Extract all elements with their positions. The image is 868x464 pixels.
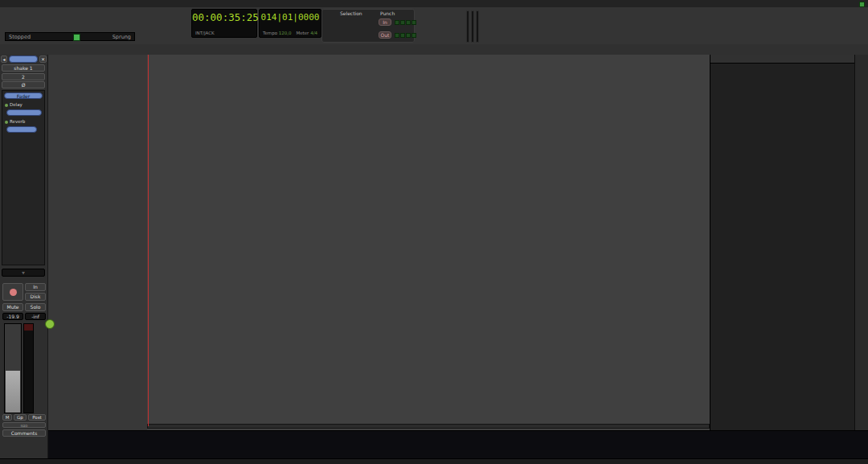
strip-record-button[interactable] — [2, 283, 23, 301]
group-pill[interactable]: sgp — [2, 422, 46, 428]
session-summary[interactable] — [48, 430, 868, 459]
peak-display[interactable]: -inf — [25, 313, 46, 320]
group-knob-icon[interactable] — [45, 319, 55, 329]
strip-color-plate[interactable] — [9, 55, 38, 63]
plugin-reverb[interactable]: Reverb — [3, 119, 50, 125]
bottom-bar — [0, 458, 868, 464]
punch-title: Punch — [380, 10, 395, 16]
punch-out-leds — [395, 33, 416, 38]
pan-widget[interactable]: ▿ — [2, 269, 45, 277]
strip-mute-button[interactable]: Mute — [2, 303, 23, 311]
strip-solo-button[interactable]: Solo — [25, 303, 46, 311]
punch-in-leds — [395, 20, 416, 25]
strip-meter — [23, 323, 34, 413]
playhead[interactable] — [148, 55, 149, 426]
secondary-clock[interactable]: 014|01|0000 Tempo 120,0 Meter 4/4 — [259, 9, 321, 38]
close-strip-icon[interactable]: ✕ — [39, 55, 47, 63]
processor-box[interactable]: Fader Delay Reverb — [2, 90, 45, 265]
tempo-value[interactable]: 120,0 — [279, 31, 292, 35]
transport-toolbar: Stopped Sprung 00:00:35:25 INT/JACK 014|… — [0, 7, 868, 45]
editor-canvas[interactable] — [147, 55, 710, 430]
tracks-list-header — [710, 55, 855, 64]
group-button-small[interactable]: Gp — [14, 414, 27, 421]
metering-point-button[interactable]: M — [2, 414, 12, 421]
fader-handle[interactable] — [6, 371, 20, 413]
secondary-clock-value[interactable]: 014|01|0000 — [260, 12, 321, 23]
track-header-column — [48, 55, 147, 430]
punch-out-button[interactable]: Out — [379, 31, 391, 39]
primary-clock[interactable]: 00:00:35:25 INT/JACK — [191, 9, 257, 38]
status-indicator-icon — [859, 2, 865, 7]
meter-post-button[interactable]: Post — [28, 414, 46, 421]
monitor-disk-button[interactable]: Disk — [25, 293, 46, 301]
collapse-strip-button[interactable]: ◂ — [1, 55, 7, 63]
shuttle-mode-label: Sprung — [113, 33, 131, 41]
editor-toolbar — [0, 44, 868, 55]
plugin-reverb-control[interactable] — [6, 126, 37, 133]
meter-label: Meter — [296, 31, 309, 35]
primary-clock-value[interactable]: 00:00:35:25 — [192, 11, 256, 23]
selection-punch-panel: Selection Punch In Out — [321, 9, 415, 43]
strip-phase-button[interactable]: Ø — [2, 81, 45, 88]
right-side-tabs — [854, 55, 868, 464]
punch-in-button[interactable]: In — [379, 18, 391, 26]
gain-fader[interactable] — [4, 323, 22, 413]
monitor-input-button[interactable]: In — [25, 283, 46, 291]
clock-source-label: INT/JACK — [195, 31, 215, 35]
shuttle-handle[interactable] — [73, 34, 80, 41]
plugin-delay[interactable]: Delay — [3, 102, 50, 109]
gain-display[interactable]: -19.9 — [2, 313, 23, 320]
editor-mixer-strip: ◂ ✕ shake 1 2 Ø Fader Delay Reverb ▿ In … — [0, 55, 48, 464]
comments-button[interactable]: Comments — [2, 429, 46, 437]
plugin-delay-control[interactable] — [6, 109, 42, 116]
strip-name-button[interactable]: shake 1 — [2, 64, 45, 72]
shuttle-control[interactable]: Stopped Sprung — [5, 32, 135, 41]
strip-input-button[interactable]: 2 — [2, 73, 45, 80]
meter-value[interactable]: 4/4 — [310, 31, 317, 35]
transport-state-label: Stopped — [9, 33, 31, 41]
selection-title: Selection — [340, 10, 362, 16]
tempo-label: Tempo — [263, 31, 277, 35]
horizontal-scrollbar[interactable] — [147, 424, 710, 429]
master-mini-meters — [466, 10, 479, 41]
tracks-busses-panel — [710, 55, 855, 464]
fader-processor[interactable]: Fader — [4, 92, 43, 99]
ardour-editor-window: Stopped Sprung 00:00:35:25 INT/JACK 014|… — [0, 0, 868, 464]
